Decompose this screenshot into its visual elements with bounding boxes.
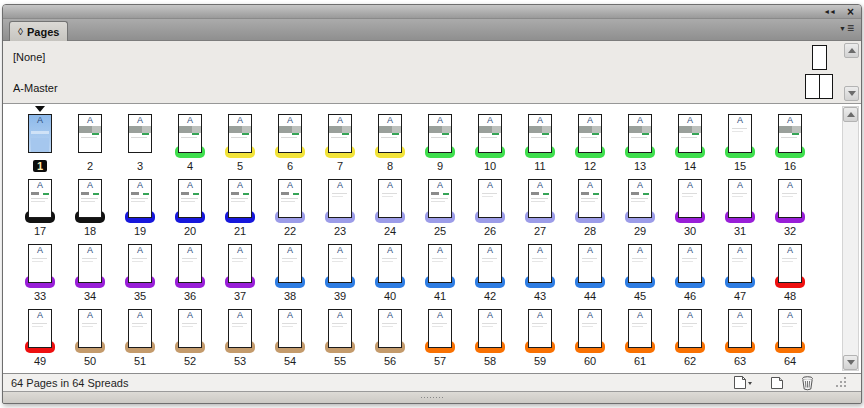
page-thumbnail[interactable]: A — [78, 114, 102, 153]
page-item[interactable]: A 48 — [765, 237, 815, 302]
page-thumbnail[interactable]: A — [478, 114, 502, 153]
page-thumbnail[interactable]: A — [728, 179, 752, 218]
page-item[interactable]: A 11 — [515, 107, 565, 172]
page-thumbnail[interactable]: A — [578, 179, 602, 218]
page-thumbnail[interactable]: A — [778, 114, 802, 153]
page-item[interactable]: A 26 — [465, 172, 515, 237]
page-item[interactable]: A 29 — [615, 172, 665, 237]
page-item[interactable]: A 6 — [265, 107, 315, 172]
page-item[interactable]: A 4 — [165, 107, 215, 172]
page-item[interactable]: A 25 — [415, 172, 465, 237]
master-none-thumbnail[interactable] — [812, 45, 827, 70]
page-item[interactable]: A 56 — [365, 302, 415, 367]
resize-grip-icon[interactable] — [835, 376, 847, 390]
page-thumbnail[interactable]: A — [128, 244, 152, 283]
page-thumbnail[interactable]: A — [628, 309, 652, 348]
page-item[interactable]: A 3 — [115, 107, 165, 172]
page-item[interactable]: A 41 — [415, 237, 465, 302]
page-thumbnail[interactable]: A — [678, 244, 702, 283]
pages-scroll-up-icon[interactable] — [843, 107, 858, 122]
master-row-none[interactable]: [None] — [3, 41, 861, 72]
master-row-a-master[interactable]: A-Master — [3, 72, 861, 103]
page-thumbnail[interactable]: A — [478, 309, 502, 348]
page-item[interactable]: A 33 — [15, 237, 65, 302]
page-thumbnail[interactable]: A — [578, 309, 602, 348]
page-item[interactable]: A 61 — [615, 302, 665, 367]
page-item[interactable]: A 36 — [165, 237, 215, 302]
page-item[interactable]: A 28 — [565, 172, 615, 237]
page-item[interactable]: A 21 — [215, 172, 265, 237]
page-item[interactable]: A 31 — [715, 172, 765, 237]
page-item[interactable]: A 30 — [665, 172, 715, 237]
page-item[interactable]: A 34 — [65, 237, 115, 302]
page-item[interactable]: A 42 — [465, 237, 515, 302]
page-thumbnail[interactable]: A — [778, 179, 802, 218]
page-item[interactable]: A 53 — [215, 302, 265, 367]
page-thumbnail[interactable]: A — [378, 244, 402, 283]
masters-scroll-down-icon[interactable] — [844, 86, 859, 101]
page-item[interactable]: A 49 — [15, 302, 65, 367]
page-item[interactable]: A 52 — [165, 302, 215, 367]
masters-scrollbar[interactable] — [844, 43, 859, 101]
page-item[interactable]: A 37 — [215, 237, 265, 302]
collapse-panel-icon[interactable]: ◄◄ — [823, 8, 835, 15]
page-item[interactable]: A 15 — [715, 107, 765, 172]
page-item[interactable]: A 14 — [665, 107, 715, 172]
page-thumbnail[interactable]: A — [378, 309, 402, 348]
page-thumbnail[interactable]: A — [378, 179, 402, 218]
page-thumbnail[interactable]: A — [278, 309, 302, 348]
page-item[interactable]: A 17 — [15, 172, 65, 237]
page-thumbnail[interactable]: A — [78, 244, 102, 283]
page-item[interactable]: A 55 — [315, 302, 365, 367]
page-thumbnail[interactable]: A — [28, 114, 52, 153]
page-item[interactable]: A 12 — [565, 107, 615, 172]
page-thumbnail[interactable]: A — [578, 244, 602, 283]
page-item[interactable]: A 7 — [315, 107, 365, 172]
page-thumbnail[interactable]: A — [228, 244, 252, 283]
page-thumbnail[interactable]: A — [678, 114, 702, 153]
page-thumbnail[interactable]: A — [78, 179, 102, 218]
page-item[interactable]: A 64 — [765, 302, 815, 367]
page-thumbnail[interactable]: A — [128, 114, 152, 153]
edit-page-size-button[interactable] — [731, 375, 754, 390]
page-item[interactable]: A 23 — [315, 172, 365, 237]
page-item[interactable]: A 35 — [115, 237, 165, 302]
delete-page-button[interactable] — [800, 375, 815, 391]
page-thumbnail[interactable]: A — [28, 179, 52, 218]
page-thumbnail[interactable]: A — [578, 114, 602, 153]
page-thumbnail[interactable]: A — [728, 114, 752, 153]
page-thumbnail[interactable]: A — [28, 309, 52, 348]
page-item[interactable]: A 62 — [665, 302, 715, 367]
page-thumbnail[interactable]: A — [278, 179, 302, 218]
page-item[interactable]: A 5 — [215, 107, 265, 172]
page-thumbnail[interactable]: A — [328, 244, 352, 283]
panel-menu-icon[interactable]: ▼ ≡ — [839, 23, 854, 33]
page-thumbnail[interactable]: A — [178, 244, 202, 283]
page-thumbnail[interactable]: A — [428, 309, 452, 348]
close-icon[interactable]: × — [847, 7, 854, 17]
page-thumbnail[interactable]: A — [528, 114, 552, 153]
tab-pages[interactable]: ◊ Pages — [9, 21, 68, 41]
page-thumbnail[interactable]: A — [228, 309, 252, 348]
page-item[interactable]: A 1 — [15, 107, 65, 172]
page-thumbnail[interactable]: A — [378, 114, 402, 153]
page-thumbnail[interactable]: A — [628, 179, 652, 218]
page-item[interactable]: A 59 — [515, 302, 565, 367]
page-item[interactable]: A 13 — [615, 107, 665, 172]
page-thumbnail[interactable]: A — [728, 309, 752, 348]
page-item[interactable]: A 9 — [415, 107, 465, 172]
page-item[interactable]: A 16 — [765, 107, 815, 172]
page-thumbnail[interactable]: A — [678, 309, 702, 348]
page-thumbnail[interactable]: A — [628, 244, 652, 283]
page-thumbnail[interactable]: A — [428, 114, 452, 153]
page-item[interactable]: A 45 — [615, 237, 665, 302]
page-item[interactable]: A 44 — [565, 237, 615, 302]
page-item[interactable]: A 43 — [515, 237, 565, 302]
page-thumbnail[interactable]: A — [328, 309, 352, 348]
page-item[interactable]: A 27 — [515, 172, 565, 237]
page-thumbnail[interactable]: A — [428, 244, 452, 283]
page-item[interactable]: A 60 — [565, 302, 615, 367]
page-item[interactable]: A 39 — [315, 237, 365, 302]
page-item[interactable]: A 38 — [265, 237, 315, 302]
page-thumbnail[interactable]: A — [128, 179, 152, 218]
